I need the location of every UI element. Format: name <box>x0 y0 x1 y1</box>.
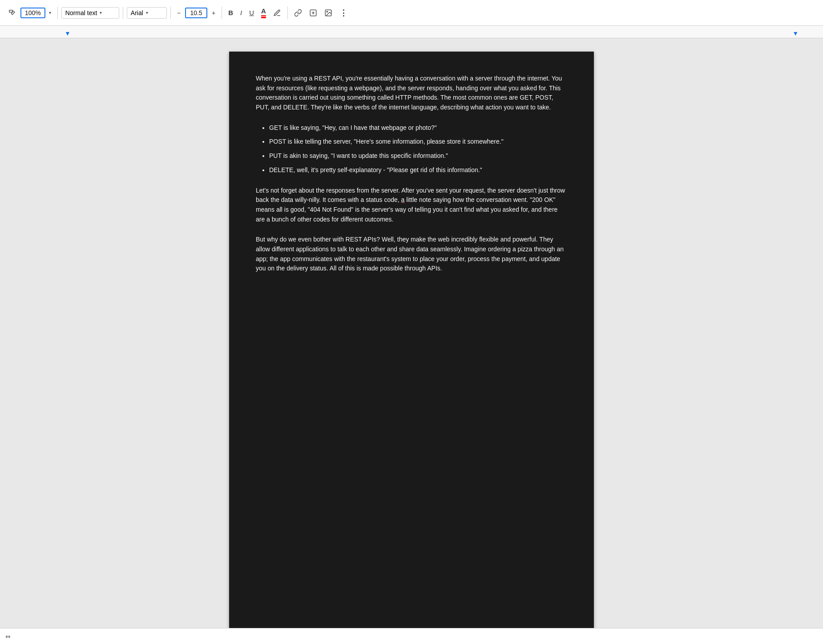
bottom-bar: ⇔ <box>0 628 823 644</box>
ruler: ▼ 1 2 3 4 5 6 7 ▼ <box>0 26 823 38</box>
toolbar: 100% ▾ Normal text ▾ Arial ▾ − 10.5 + B … <box>0 0 823 26</box>
italic-button[interactable]: I <box>238 7 245 18</box>
document-page: When you're using a REST API, you're ess… <box>229 52 594 631</box>
divider-1 <box>57 7 58 19</box>
insert-special-button[interactable] <box>307 7 320 19</box>
font-dropdown[interactable]: Arial ▾ <box>127 7 167 19</box>
divider-5 <box>287 7 288 19</box>
ruler-marks: ▼ 1 2 3 4 5 6 7 ▼ <box>0 37 823 38</box>
list-item: DELETE, well, it's pretty self-explanato… <box>269 165 567 175</box>
font-label: Arial <box>131 9 143 16</box>
text-color-button[interactable]: A <box>258 5 269 20</box>
link-button[interactable] <box>291 7 305 19</box>
highlight-button[interactable] <box>270 7 284 19</box>
underline-button[interactable]: U <box>246 7 257 18</box>
style-chevron-icon: ▾ <box>100 10 102 15</box>
bold-button[interactable]: B <box>226 7 236 18</box>
page-area: When you're using a REST API, you're ess… <box>0 38 823 644</box>
zoom-value[interactable]: 100% <box>20 8 45 18</box>
more-options-button[interactable]: ⋮ <box>337 6 350 20</box>
text-color-icon: A <box>261 7 266 18</box>
divider-3 <box>170 7 171 19</box>
paragraph-2: Let's not forget about the responses fro… <box>256 186 567 225</box>
svg-point-2 <box>327 11 327 12</box>
list-item: POST is like telling the server, "Here's… <box>269 137 567 147</box>
font-chevron-icon: ▾ <box>146 10 148 15</box>
bullet-list: GET is like saying, "Hey, can I have tha… <box>269 123 567 175</box>
divider-2 <box>123 7 123 19</box>
zoom-control: 100% ▾ <box>20 8 54 18</box>
increase-font-button[interactable]: + <box>209 8 218 18</box>
style-dropdown[interactable]: Normal text ▾ <box>61 7 119 19</box>
divider-4 <box>222 7 222 19</box>
list-item: GET is like saying, "Hey, can I have tha… <box>269 123 567 133</box>
ruler-tab-right-icon[interactable]: ▼ <box>792 30 799 37</box>
paragraph-3: But why do we even bother with REST APIs… <box>256 235 567 274</box>
insert-image-button[interactable] <box>322 7 335 19</box>
ruler-tab-left-icon[interactable]: ▼ <box>65 30 71 37</box>
zoom-dropdown-button[interactable]: ▾ <box>46 8 54 17</box>
paragraph-1: When you're using a REST API, you're ess… <box>256 74 567 113</box>
decrease-font-button[interactable]: − <box>174 8 183 18</box>
format-painter-button[interactable] <box>5 7 19 19</box>
list-item: PUT is akin to saying, "I want to update… <box>269 151 567 161</box>
expand-icon[interactable]: ⇔ <box>5 633 11 640</box>
style-label: Normal text <box>65 9 97 16</box>
font-size-value[interactable]: 10.5 <box>185 8 207 18</box>
